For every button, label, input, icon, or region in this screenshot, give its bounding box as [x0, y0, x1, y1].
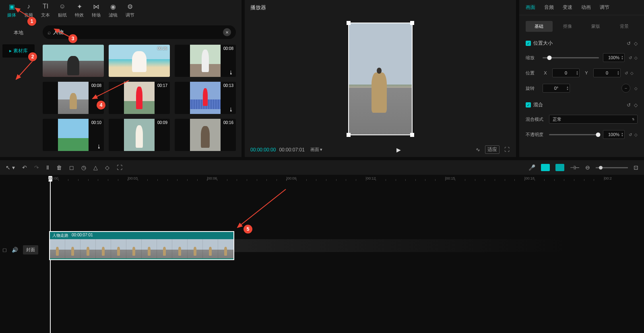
- delete-button[interactable]: 🗑: [56, 164, 62, 171]
- reset-icon[interactable]: ↺: [627, 41, 631, 46]
- mirror-button[interactable]: △: [93, 164, 98, 171]
- download-icon[interactable]: ⭳: [229, 70, 233, 75]
- blend-mode-select[interactable]: 正常⇅: [549, 115, 638, 124]
- keyframe-icon[interactable]: ◇: [630, 71, 634, 75]
- split-button[interactable]: Ⅱ: [46, 164, 49, 171]
- top-tab-7[interactable]: ⚙调节: [126, 2, 134, 18]
- rotate-value[interactable]: 0°▲▼: [543, 84, 570, 93]
- ratio-select[interactable]: 画面 ▾: [310, 147, 322, 153]
- undo-icon[interactable]: ↺: [629, 132, 632, 137]
- magnet-main-icon[interactable]: [541, 164, 550, 171]
- tab-label: 贴纸: [58, 12, 67, 18]
- side-item-0[interactable]: 本地: [2, 26, 35, 39]
- keyframe-icon[interactable]: ◇: [634, 56, 638, 60]
- play-button[interactable]: ▶: [326, 147, 472, 153]
- right-subtab-2[interactable]: 蒙版: [582, 21, 609, 32]
- handle-br[interactable]: [410, 133, 414, 137]
- pos-size-checkbox[interactable]: ✓: [526, 41, 531, 46]
- posx-value[interactable]: 0▲▼: [552, 68, 580, 77]
- undo-icon[interactable]: ↺: [629, 56, 632, 60]
- zoom-slider[interactable]: [596, 167, 628, 168]
- top-tab-0[interactable]: ▣媒体: [7, 2, 16, 18]
- duration-label: 00:08: [223, 46, 233, 51]
- timeline-clip[interactable]: 人物走路 00:00:07:01: [49, 231, 234, 260]
- tab-label: 文本: [41, 12, 50, 18]
- right-subtab-0[interactable]: 基础: [526, 21, 553, 32]
- right-tab-0[interactable]: 画面: [526, 4, 535, 11]
- opacity-value[interactable]: 100%▲▼: [603, 130, 625, 139]
- top-tab-5[interactable]: ⋈转场: [92, 2, 101, 18]
- clear-icon[interactable]: ✕: [223, 28, 231, 36]
- right-tab-3[interactable]: 动画: [581, 4, 591, 11]
- annotation-5: 5: [244, 225, 252, 234]
- blend-checkbox[interactable]: ✓: [526, 102, 531, 108]
- undo-icon[interactable]: ↺: [625, 71, 628, 75]
- zoom-fit-icon[interactable]: ⊡: [634, 164, 638, 171]
- handle-tr[interactable]: [410, 21, 414, 25]
- mirror-button[interactable]: −: [621, 84, 630, 93]
- thumbnail-7[interactable]: 00:09: [109, 119, 170, 151]
- right-tab-4[interactable]: 调节: [600, 4, 609, 11]
- thumbnail-4[interactable]: 00:17: [109, 82, 170, 114]
- download-icon[interactable]: ⭳: [97, 144, 101, 149]
- ruler-mark: |00:06: [207, 176, 217, 180]
- thumbnail-3[interactable]: 00:08: [43, 82, 104, 114]
- time-duration: 00:00:07:01: [279, 147, 304, 153]
- handle-tl[interactable]: [347, 21, 351, 25]
- ruler-mark: |00:15: [445, 176, 455, 180]
- pos-label: 位置: [526, 70, 539, 76]
- empty-track[interactable]: [233, 239, 604, 252]
- redo-button[interactable]: ↷: [34, 164, 39, 171]
- zoom-out-icon[interactable]: ⊖: [585, 164, 590, 171]
- mic-icon[interactable]: 🎤: [528, 164, 535, 171]
- track-mute-icon[interactable]: 🔊: [12, 247, 18, 253]
- thumbnail-2[interactable]: 00:08⭳: [175, 45, 236, 77]
- right-tab-1[interactable]: 音频: [544, 4, 554, 11]
- undo-button[interactable]: ↶: [22, 164, 27, 171]
- right-tab-2[interactable]: 变速: [563, 4, 572, 11]
- keyframe-icon[interactable]: ◇: [634, 102, 638, 108]
- search-input[interactable]: [53, 29, 223, 35]
- thumbnail-5[interactable]: 00:13⭳: [175, 82, 236, 114]
- keyframe-icon[interactable]: ◇: [634, 132, 638, 137]
- keyframe-icon[interactable]: ◇: [634, 86, 638, 91]
- reset-icon[interactable]: ↺: [627, 102, 631, 108]
- crop2-button[interactable]: ⛶: [117, 164, 122, 171]
- top-tab-2[interactable]: TI文本: [41, 2, 50, 18]
- thumbnail-0[interactable]: [43, 45, 104, 77]
- magnet-sub-icon[interactable]: [555, 164, 564, 171]
- opacity-slider[interactable]: [549, 134, 599, 135]
- speed-button[interactable]: ◷: [81, 164, 86, 171]
- handle-bl[interactable]: [347, 133, 351, 137]
- ruler-mark: |00:18: [524, 176, 535, 180]
- top-tab-6[interactable]: ◉滤镜: [109, 2, 118, 18]
- waveform-icon[interactable]: ∿: [475, 146, 481, 153]
- ruler-mark: |00:09: [286, 176, 296, 180]
- scale-slider[interactable]: [543, 57, 599, 58]
- tab-icon: ✦: [75, 2, 83, 10]
- keyframe-icon[interactable]: ◇: [634, 41, 638, 46]
- preview-frame[interactable]: [348, 23, 413, 135]
- right-subtab-1[interactable]: 抠像: [554, 21, 581, 32]
- duration-label: 00:16: [223, 120, 233, 125]
- top-tab-3[interactable]: ☺贴纸: [58, 2, 67, 18]
- right-subtab-3[interactable]: 背景: [611, 21, 638, 32]
- scale-value[interactable]: 100%▲▼: [603, 53, 625, 62]
- crop-button[interactable]: ◻: [69, 164, 74, 171]
- posy-value[interactable]: 0▲▼: [593, 68, 621, 77]
- fullscreen-icon[interactable]: ⛶: [504, 146, 510, 153]
- tab-label: 调节: [126, 12, 134, 18]
- top-tab-1[interactable]: ♪音频: [24, 2, 33, 18]
- rotate-button[interactable]: ◇: [105, 164, 109, 171]
- thumbnail-8[interactable]: 00:16: [175, 119, 236, 151]
- track-lock-icon[interactable]: ◻: [2, 247, 7, 253]
- fit-button[interactable]: 适应: [485, 145, 500, 154]
- select-tool[interactable]: ↖ ▾: [6, 164, 15, 171]
- tab-icon: ♪: [25, 2, 33, 10]
- track-cover-button[interactable]: 封面: [23, 245, 38, 254]
- download-icon[interactable]: ⭳: [229, 107, 233, 112]
- top-tab-4[interactable]: ✦特效: [75, 2, 84, 18]
- align-icon[interactable]: ⊣⊢: [570, 164, 580, 171]
- thumbnail-6[interactable]: 00:10⭳: [43, 119, 104, 151]
- thumbnail-1[interactable]: 00:25: [109, 45, 170, 77]
